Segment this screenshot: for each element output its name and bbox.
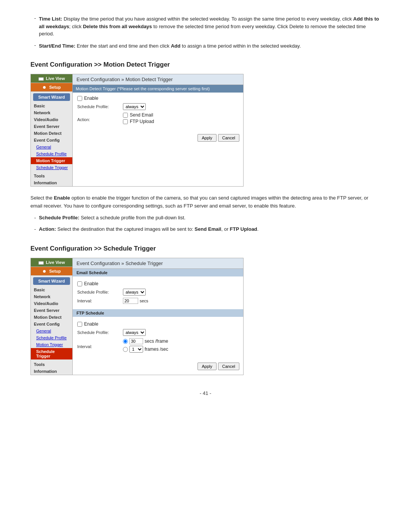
- ftp-schedule-profile-select[interactable]: always: [123, 329, 146, 336]
- sidebar2-event-config[interactable]: Event Config: [31, 321, 72, 328]
- ftp-interval-options: secs /frame 1 2 5 frames /sec: [123, 338, 168, 355]
- sidebar2-network[interactable]: Network: [31, 293, 72, 300]
- enable-checkbox[interactable]: [77, 96, 82, 101]
- email-interval-input[interactable]: [123, 298, 138, 304]
- email-schedule-profile-row: Schedule Profile: always: [77, 289, 239, 296]
- sidebar-schedule-profile[interactable]: Schedule Profile: [31, 150, 72, 157]
- sidebar-motion-detect[interactable]: Motion Detect: [31, 130, 72, 137]
- email-interval-label: Interval:: [77, 299, 123, 303]
- smart-wizard-label: Smart Wizard: [38, 95, 65, 99]
- live-view-label-2: Live View: [46, 260, 65, 265]
- sidebar-general[interactable]: General: [31, 144, 72, 150]
- sidebar-event-server[interactable]: Event Server: [31, 123, 72, 130]
- bullet-text: Time List: Display the time period that …: [39, 15, 381, 38]
- smart-wizard-label-2: Smart Wizard: [38, 279, 65, 283]
- motion-detect-main: Event Configuration » Motion Detect Trig…: [73, 74, 243, 186]
- enable-label: Enable: [84, 96, 98, 101]
- schedule-profile-select[interactable]: always: [123, 103, 146, 110]
- camera-icon: [38, 77, 44, 81]
- section1-title: Event Configuration >> Motion Detect Tri…: [30, 61, 381, 69]
- desc-main-text: Select the Enable option to enable the t…: [30, 194, 381, 210]
- desc-action-text: Action: Select the destination that the …: [39, 225, 258, 233]
- sidebar2-information[interactable]: Information: [31, 368, 72, 375]
- ftp-frames-sec-label: frames /sec: [145, 347, 168, 352]
- page-number: - 41 -: [200, 390, 211, 396]
- motion-detect-action-row: Apply Cancel: [73, 132, 243, 144]
- apply-button-1[interactable]: Apply: [198, 134, 217, 142]
- ftp-radio-frames[interactable]: [123, 347, 128, 352]
- schedule-profile-row: Schedule Profile: always: [77, 103, 239, 110]
- ftp-radio2-row: 1 2 5 frames /sec: [123, 346, 168, 353]
- bullet-start-end: - Start/End Time: Enter the start and en…: [30, 42, 381, 50]
- sidebar2-tools[interactable]: Tools: [31, 361, 72, 368]
- schedule-profile-label: Schedule Profile:: [77, 104, 123, 109]
- sidebar-setup-btn[interactable]: Setup: [31, 83, 72, 92]
- ftp-interval-secs-input[interactable]: [129, 338, 143, 344]
- sidebar2-general[interactable]: General: [31, 328, 72, 334]
- ftp-upload-label: FTP Upload: [130, 119, 154, 124]
- live-view-label: Live View: [46, 76, 65, 81]
- email-schedule-form: Enable Schedule Profile: always Interval…: [73, 278, 243, 309]
- sidebar-1: Live View Setup Smart Wizard Basic Netwo…: [31, 74, 73, 186]
- motion-detect-header: Event Configuration » Motion Detect Trig…: [73, 74, 243, 85]
- sidebar-network[interactable]: Network: [31, 109, 72, 116]
- sidebar2-event-server[interactable]: Event Server: [31, 307, 72, 314]
- ftp-enable-label: Enable: [84, 321, 98, 327]
- sidebar2-video-audio[interactable]: Video/Audio: [31, 300, 72, 307]
- intro-section: - Time List: Display the time period tha…: [30, 15, 381, 50]
- email-enable-label: Enable: [84, 281, 98, 286]
- motion-detect-alert: Motion Detect Trigger (*Please set the c…: [73, 85, 243, 93]
- sidebar-basic[interactable]: Basic: [31, 102, 72, 109]
- sidebar-live-view-btn[interactable]: Live View: [31, 74, 72, 83]
- apply-button-2[interactable]: Apply: [198, 363, 217, 370]
- sidebar2-basic[interactable]: Basic: [31, 286, 72, 293]
- bullet-dash: -: [34, 15, 36, 38]
- sidebar-smart-wizard-btn[interactable]: Smart Wizard: [33, 93, 70, 101]
- desc-dash-1: -: [34, 214, 36, 222]
- schedule-trigger-header: Event Configuration » Schedule Trigger: [73, 258, 243, 269]
- ftp-schedule-bar: FTP Schedule: [73, 309, 243, 317]
- desc-bullet-schedule: - Schedule Profile: Select a schedule pr…: [30, 214, 381, 222]
- sidebar-motion-trigger-active[interactable]: Motion Trigger: [31, 157, 72, 164]
- desc-section-1: Select the Enable option to enable the t…: [30, 194, 381, 233]
- sidebar-tools[interactable]: Tools: [31, 173, 72, 179]
- sidebar2-schedule-trigger-active[interactable]: Schedule Trigger: [31, 348, 72, 359]
- ftp-interval-label: Interval:: [77, 344, 123, 349]
- setup-circle-icon-2: [42, 269, 46, 273]
- sidebar-schedule-trigger[interactable]: Schedule Trigger: [31, 164, 72, 171]
- ftp-radio1-row: secs /frame: [123, 338, 168, 344]
- schedule-trigger-action-row: Apply Cancel: [73, 360, 243, 372]
- ftp-enable-checkbox[interactable]: [77, 322, 82, 327]
- email-interval-row: Interval: secs: [77, 298, 239, 304]
- sidebar-event-config[interactable]: Event Config: [31, 137, 72, 144]
- cancel-button-2[interactable]: Cancel: [218, 363, 239, 370]
- sidebar2-setup-btn[interactable]: Setup: [31, 267, 72, 276]
- sidebar2-motion-trigger[interactable]: Motion Trigger: [31, 341, 72, 348]
- ftp-schedule-form: Enable Schedule Profile: always Interval…: [73, 318, 243, 360]
- enable-row: Enable: [77, 96, 239, 101]
- sidebar-video-audio[interactable]: Video/Audio: [31, 116, 72, 123]
- sidebar-information[interactable]: Information: [31, 179, 72, 186]
- send-email-label: Send Email: [130, 112, 153, 118]
- email-enable-row: Enable: [77, 281, 239, 286]
- section2-title: Event Configuration >> Schedule Trigger: [30, 245, 381, 252]
- send-email-checkbox[interactable]: [123, 113, 128, 118]
- ftp-secs-frame-label: secs /frame: [145, 339, 168, 344]
- send-email-row: Send Email: [123, 112, 154, 118]
- cancel-button-1[interactable]: Cancel: [218, 134, 239, 142]
- sidebar2-live-view-btn[interactable]: Live View: [31, 258, 72, 267]
- bullet-text-2: Start/End Time: Enter the start and end …: [39, 42, 301, 50]
- ftp-upload-checkbox[interactable]: [123, 119, 128, 124]
- email-enable-checkbox[interactable]: [77, 281, 82, 286]
- sidebar2-smart-wizard-btn[interactable]: Smart Wizard: [33, 277, 70, 285]
- ftp-radio-secs[interactable]: [123, 339, 128, 344]
- email-interval-unit: secs: [140, 299, 148, 303]
- desc-schedule-text: Schedule Profile: Select a schedule prof…: [39, 214, 185, 222]
- action-row: Action: Send Email FTP Upload: [77, 112, 239, 126]
- schedule-trigger-main: Event Configuration » Schedule Trigger E…: [73, 258, 243, 375]
- sidebar2-schedule-profile[interactable]: Schedule Profile: [31, 334, 72, 341]
- sidebar2-motion-detect[interactable]: Motion Detect: [31, 314, 72, 321]
- bullet-time-list: - Time List: Display the time period tha…: [30, 15, 381, 38]
- ftp-frames-select[interactable]: 1 2 5: [129, 346, 143, 353]
- email-schedule-profile-select[interactable]: always: [123, 289, 146, 296]
